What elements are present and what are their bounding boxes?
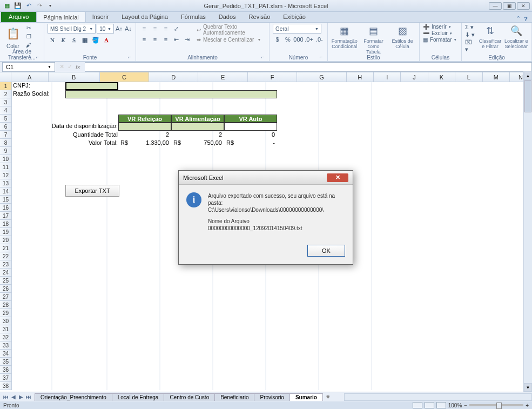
font-size-dropdown[interactable]: 10 ▼ — [97, 24, 114, 33]
grow-font-icon[interactable]: A↑ — [115, 24, 123, 33]
zoom-in-icon[interactable]: + — [526, 403, 529, 408]
row-header-9[interactable]: 9 — [0, 147, 12, 155]
col-header-e[interactable]: E — [198, 72, 247, 82]
col-header-c[interactable]: C — [100, 72, 149, 82]
sheet-tab-provisorio[interactable]: Provisorio — [254, 393, 289, 401]
number-launcher-icon[interactable]: ⌐ — [320, 54, 326, 61]
delete-cells-button[interactable]: ➖Excluir▾ — [423, 30, 458, 36]
row-header-26[interactable]: 26 — [0, 285, 12, 293]
row-header-7[interactable]: 7 — [0, 131, 12, 139]
clipboard-launcher-icon[interactable]: ⌐ — [36, 54, 43, 61]
row-header-25[interactable]: 25 — [0, 277, 12, 285]
row-header-29[interactable]: 29 — [0, 309, 12, 317]
align-middle-icon[interactable]: ≡ — [150, 24, 160, 33]
help-icon[interactable]: ? — [524, 16, 528, 22]
cancel-formula-icon[interactable]: ✕ — [59, 63, 64, 70]
align-left-icon[interactable]: ≡ — [139, 35, 149, 44]
row-header-32[interactable]: 32 — [0, 333, 12, 341]
currency-icon[interactable]: $ — [273, 35, 282, 44]
sheet-tab-beneficiario[interactable]: Beneficiario — [214, 393, 254, 401]
maximize-button[interactable]: ▣ — [503, 2, 516, 10]
view-normal-icon[interactable] — [413, 402, 422, 408]
row-header-37[interactable]: 37 — [0, 374, 12, 382]
decrease-indent-icon[interactable]: ⇤ — [172, 35, 181, 44]
row-header-13[interactable]: 13 — [0, 179, 12, 187]
cell-d6-input[interactable] — [118, 123, 171, 131]
sheet-tab-orientacao[interactable]: Orientação_Preenchimento — [35, 393, 112, 401]
paste-icon[interactable]: 📋 — [3, 24, 23, 43]
merge-button[interactable]: ⬌Mesclar e Centralizar▼ — [197, 37, 266, 43]
tab-view[interactable]: Exibição — [277, 11, 312, 22]
row-header-36[interactable]: 36 — [0, 366, 12, 374]
row-header-28[interactable]: 28 — [0, 301, 12, 309]
row-header-3[interactable]: 3 — [0, 98, 12, 106]
row-header-23[interactable]: 23 — [0, 260, 12, 269]
formula-input[interactable] — [85, 62, 532, 72]
col-header-d[interactable]: D — [149, 72, 198, 82]
underline-icon[interactable]: S — [69, 35, 79, 45]
dialog-close-button[interactable]: ✕ — [327, 173, 348, 182]
italic-icon[interactable]: K — [58, 35, 68, 45]
row-header-18[interactable]: 18 — [0, 220, 12, 228]
row-header-33[interactable]: 33 — [0, 341, 12, 350]
conditional-format-button[interactable]: ▦ Formatação Condicional — [331, 24, 358, 50]
close-button[interactable]: ✕ — [517, 2, 530, 10]
cell-c1-input[interactable] — [65, 82, 118, 90]
shrink-font-icon[interactable]: A↓ — [124, 24, 132, 33]
col-header-g[interactable]: G — [297, 72, 346, 82]
tab-review[interactable]: Revisão — [243, 11, 277, 22]
tab-formulas[interactable]: Fórmulas — [174, 11, 212, 22]
align-right-icon[interactable]: ≡ — [161, 35, 171, 44]
row-header-19[interactable]: 19 — [0, 228, 12, 236]
sheet-nav-next-icon[interactable]: ▶ — [17, 394, 25, 400]
row-header-12[interactable]: 12 — [0, 171, 12, 179]
col-header-k[interactable]: K — [428, 72, 455, 82]
row-header-17[interactable]: 17 — [0, 212, 12, 220]
select-all-corner[interactable] — [0, 72, 11, 82]
save-icon[interactable]: 💾 — [13, 2, 23, 10]
cell-c2-input[interactable] — [65, 90, 277, 98]
col-header-i[interactable]: I — [374, 72, 401, 82]
row-header-30[interactable]: 30 — [0, 317, 12, 325]
tab-home[interactable]: Página Inicial — [36, 11, 85, 22]
undo-icon[interactable]: ↶ — [24, 2, 33, 10]
wrap-text-button[interactable]: ↩Quebrar Texto Automaticamente — [197, 24, 266, 36]
row-header-11[interactable]: 11 — [0, 163, 12, 171]
tab-data[interactable]: Dados — [212, 11, 243, 22]
minimize-button[interactable]: — — [489, 2, 502, 10]
align-center-icon[interactable]: ≡ — [150, 35, 160, 44]
enter-formula-icon[interactable]: ✓ — [68, 63, 72, 70]
autosum-icon[interactable]: Σ ▾ — [465, 24, 476, 31]
dialog-ok-button[interactable]: OK — [307, 245, 345, 257]
scroll-up-icon[interactable]: ▲ — [524, 71, 532, 80]
fx-icon[interactable]: fx — [76, 64, 80, 70]
sheet-nav-last-icon[interactable]: ⏭ — [25, 394, 32, 400]
find-select-button[interactable]: 🔍 Localizar e Selecionar — [504, 24, 528, 53]
row-header-31[interactable]: 31 — [0, 325, 12, 333]
row-header-38[interactable]: 38 — [0, 382, 12, 390]
ribbon-minimize-icon[interactable]: ⌃ — [516, 15, 521, 22]
align-bottom-icon[interactable]: ≡ — [161, 24, 171, 33]
font-name-dropdown[interactable]: MS Shell Dlg 2 ▼ — [48, 24, 96, 33]
row-header-4[interactable]: 4 — [0, 106, 12, 115]
scroll-thumb[interactable] — [524, 80, 531, 112]
sheet-tab-sumario[interactable]: Sumario — [289, 393, 323, 401]
sheet-tab-local[interactable]: Local de Entrega — [112, 393, 165, 401]
row-header-24[interactable]: 24 — [0, 269, 12, 277]
zoom-slider[interactable] — [469, 404, 523, 406]
cut-icon[interactable]: ✂ — [24, 24, 33, 31]
alignment-launcher-icon[interactable]: ⌐ — [261, 54, 268, 61]
col-header-l[interactable]: L — [455, 72, 482, 82]
font-color-icon[interactable]: A — [102, 35, 111, 45]
row-header-10[interactable]: 10 — [0, 155, 12, 163]
col-header-f[interactable]: F — [248, 72, 297, 82]
border-icon[interactable]: ▦ — [80, 35, 90, 45]
align-top-icon[interactable]: ≡ — [139, 24, 149, 33]
view-pagebreak-icon[interactable] — [436, 402, 446, 408]
copy-icon[interactable]: ❐ — [24, 32, 33, 40]
row-header-8[interactable]: 8 — [0, 139, 12, 147]
increase-decimal-icon[interactable]: .0+ — [304, 35, 313, 44]
col-header-h[interactable]: H — [347, 72, 374, 82]
zoom-out-icon[interactable]: − — [464, 403, 467, 408]
increase-indent-icon[interactable]: ⇥ — [183, 35, 192, 44]
